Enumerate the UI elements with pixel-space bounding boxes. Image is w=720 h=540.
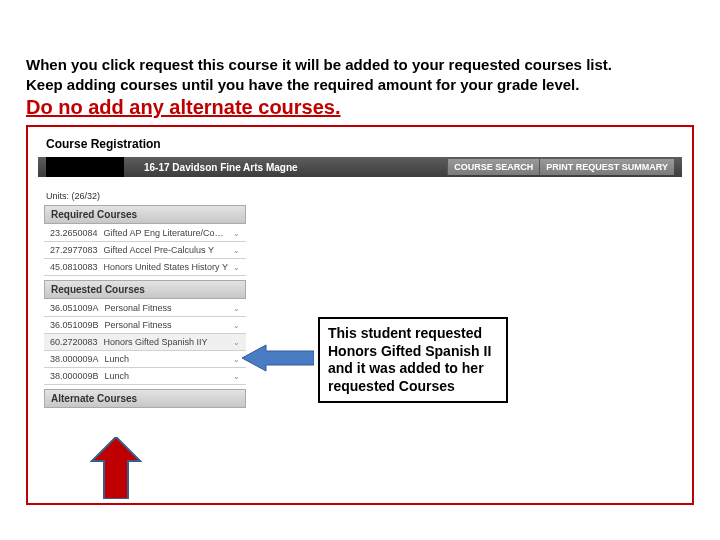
tab-course-search[interactable]: COURSE SEARCH: [447, 159, 539, 175]
chevron-down-icon: ⌄: [233, 246, 240, 255]
units-label: Units: (26/32): [46, 191, 682, 201]
course-code: 38.000009A: [50, 354, 99, 364]
section-requested[interactable]: Requested Courses: [44, 280, 246, 299]
section-alternate[interactable]: Alternate Courses: [44, 389, 246, 408]
course-row[interactable]: 36.051009BPersonal Fitness⌄: [44, 317, 246, 334]
chevron-down-icon: ⌄: [233, 263, 240, 272]
course-name: Gifted AP Eng Literature/CompY: [104, 228, 229, 238]
screenshot-frame: Course Registration 16-17 Davidson Fine …: [26, 125, 694, 505]
chevron-down-icon: ⌄: [233, 355, 240, 364]
course-code: 23.2650084: [50, 228, 98, 238]
course-row[interactable]: 45.0810083Honors United States History Y…: [44, 259, 246, 276]
arrow-left-icon: [242, 343, 314, 373]
intro-line-2: Keep adding courses until you have the r…: [26, 75, 694, 95]
svg-marker-1: [92, 437, 140, 499]
course-code: 27.2977083: [50, 245, 98, 255]
header-bar: 16-17 Davidson Fine Arts Magne COURSE SE…: [38, 157, 682, 177]
chevron-down-icon: ⌄: [233, 304, 240, 313]
course-code: 45.0810083: [50, 262, 98, 272]
course-name: Honors Gifted Spanish IIY: [104, 337, 229, 347]
course-name: Gifted Accel Pre-Calculus Y: [104, 245, 229, 255]
course-row[interactable]: 38.000009ALunch⌄: [44, 351, 246, 368]
course-name: Personal Fitness: [105, 303, 229, 313]
course-name: Lunch: [105, 371, 229, 381]
intro-line-1: When you click request this course it wi…: [26, 55, 694, 75]
course-code: 36.051009A: [50, 303, 99, 313]
chevron-down-icon: ⌄: [233, 229, 240, 238]
callout-annotation: This student requested Honors Gifted Spa…: [318, 317, 508, 403]
chevron-down-icon: ⌄: [233, 321, 240, 330]
course-row[interactable]: 60.2720083Honors Gifted Spanish IIY⌄: [44, 334, 246, 351]
course-code: 36.051009B: [50, 320, 99, 330]
course-name: Honors United States History Y: [104, 262, 229, 272]
tab-print-summary[interactable]: PRINT REQUEST SUMMARY: [539, 159, 674, 175]
chevron-down-icon: ⌄: [233, 372, 240, 381]
arrow-up-icon: [90, 437, 142, 499]
course-name: Lunch: [105, 354, 229, 364]
course-row[interactable]: 38.000009BLunch⌄: [44, 368, 246, 385]
course-code: 38.000009B: [50, 371, 99, 381]
school-name: 16-17 Davidson Fine Arts Magne: [144, 162, 298, 173]
course-row[interactable]: 23.2650084Gifted AP Eng Literature/CompY…: [44, 225, 246, 242]
warning-text: Do no add any alternate courses.: [26, 96, 694, 119]
course-row[interactable]: 36.051009APersonal Fitness⌄: [44, 300, 246, 317]
svg-marker-0: [242, 345, 314, 371]
chevron-down-icon: ⌄: [233, 338, 240, 347]
course-name: Personal Fitness: [105, 320, 229, 330]
page-title: Course Registration: [46, 137, 682, 151]
course-row[interactable]: 27.2977083Gifted Accel Pre-Calculus Y⌄: [44, 242, 246, 259]
section-required[interactable]: Required Courses: [44, 205, 246, 224]
course-code: 60.2720083: [50, 337, 98, 347]
redacted-box: [46, 157, 124, 177]
